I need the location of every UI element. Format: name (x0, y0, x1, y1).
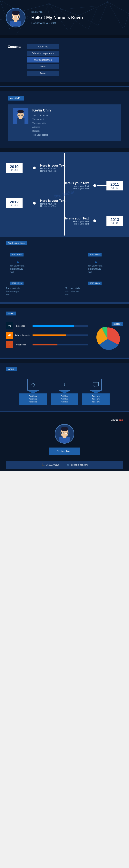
skill-fill-ai (33, 335, 66, 336)
tl-desc1-0: Here is your Text (40, 167, 65, 170)
award-section: Award ◇ Text HereText HereText Here ♪ Te… (0, 363, 129, 411)
timeline-year-box-1: 2011 4.1 - 6.1 (106, 181, 123, 190)
skill-icon-po: P (6, 341, 13, 348)
divider-1 (0, 86, 129, 87)
ps-icon-text: Ps (8, 324, 11, 327)
work-vline-1 (96, 257, 96, 261)
award-text-2: Text HereText HereText Here (84, 395, 108, 404)
tl-year-2: 2012 (9, 200, 20, 204)
contents-label: Contents (8, 45, 21, 49)
spacer-5 (0, 304, 129, 308)
divider-6 (0, 411, 129, 412)
contents-item-3[interactable]: Skills (27, 64, 59, 69)
footer-avatar-svg (56, 425, 73, 443)
work-dot-1 (95, 261, 97, 264)
divider-5 (0, 358, 129, 359)
about-address: Address (32, 125, 51, 129)
work-section: Work Experience 2010.01.05 Text your det… (0, 237, 129, 302)
spacer-7 (0, 412, 129, 416)
spacer-2 (0, 82, 129, 86)
tl-title-0: Here is your Text (40, 164, 65, 167)
work-timeline-bar: 2010.01.05 Text your details,this is wha… (6, 253, 123, 286)
tl-connector-1 (95, 185, 106, 186)
svg-point-25 (17, 17, 18, 17)
tl-dot-0 (32, 166, 36, 170)
tl-dot-2 (32, 201, 36, 205)
hero-name: Hello！My Name is Kevin (31, 15, 83, 21)
skills-bars: Ps Photoshop Ai Adobe Illustrator (6, 322, 88, 352)
award-icon-box-1: ♪ (59, 379, 70, 391)
award-text-box-0: Text HereText HereText Here (20, 394, 47, 405)
tl-sub-0: 4.1 - 6.1 (9, 169, 20, 171)
contents-item-1[interactable]: Education experience (27, 51, 59, 56)
svg-point-49 (66, 433, 66, 433)
tl-desc2-2: Here is your Text (40, 205, 65, 207)
work-dates-row-2: 2011.10.26 2013.04.06 (6, 276, 123, 286)
work-desc-grid: Text your details,this is what youwant T… (6, 287, 123, 296)
footer-avatar (55, 424, 74, 443)
hero-text-area: RESUME PPT Hello！My Name is Kevin I want… (31, 11, 83, 25)
contents-item-0[interactable]: About me (27, 44, 59, 49)
timeline-year-box-0: 2010 4.1 - 6.1 (6, 163, 23, 173)
footer-contact-email: ✉ asdaci@asc.com (67, 463, 88, 466)
tl-sub-3: 4.1 - 6.1 (109, 222, 120, 224)
monitor-icon (93, 382, 99, 387)
timeline-year-box-3: 2013 4.1 - 6.1 (106, 216, 123, 226)
footer-phone-value: 15602301120 (46, 464, 59, 466)
svg-point-11 (49, 3, 50, 4)
spacer-3 (0, 87, 129, 91)
footer-section: KEVIN PPT Contact Me！ 📞 15602301 (0, 416, 129, 471)
award-icon-box-2 (90, 379, 102, 391)
contents-items-list: About me Education experience Work exper… (27, 44, 59, 76)
contact-button[interactable]: Contact Me！ (49, 447, 80, 455)
svg-point-24 (13, 17, 14, 17)
skill-row-ai: Ai Adobe Illustrator (6, 332, 88, 339)
about-card: Kevin Chin 15602XXXXXXX Your school Your… (8, 104, 121, 141)
about-detail: 15602XXXXXXX Your school Your specialty … (32, 114, 51, 137)
svg-point-42 (61, 427, 69, 431)
timeline-section: 2010 4.1 - 6.1 Here is your Text Here is… (0, 153, 129, 236)
award-text-0: Text HereText HereText Here (21, 395, 45, 404)
phone-icon: 📞 (41, 463, 45, 466)
svg-rect-34 (93, 382, 99, 386)
footer-brand-highlight: PPT (119, 419, 123, 422)
music-icon: ♪ (63, 381, 66, 388)
tl-title-2: Here is your Text (40, 199, 65, 203)
contents-item-2[interactable]: Work experience (27, 57, 59, 62)
skill-bar-po (33, 344, 88, 345)
footer-avatar-area: Contact Me！ (6, 420, 123, 459)
spacer-1 (0, 35, 129, 38)
divider-2 (0, 152, 129, 153)
about-school: Your school (32, 118, 51, 122)
tl-desc1-3: Here is your Text (64, 220, 89, 223)
footer-brand-text: KEVIN (111, 419, 119, 422)
tl-dot-1 (93, 184, 97, 187)
award-icon-box-0: ◇ (27, 379, 39, 391)
avatar-svg (7, 9, 25, 27)
about-avatar (13, 108, 28, 124)
skill-row-po: P PowerPoint (6, 341, 88, 348)
about-phone: 15602XXXXXXX (32, 114, 51, 118)
work-section-label: Work Experience (6, 241, 27, 245)
po-icon-text: P (9, 343, 10, 346)
contents-item-4[interactable]: Award (27, 71, 59, 76)
svg-marker-4 (108, 2, 129, 29)
award-chevron-0 (27, 391, 39, 394)
diamond-icon: ◇ (31, 381, 35, 388)
award-chevron-2 (90, 391, 102, 394)
tl-text-0: Here is your Text Here is your Text Here… (40, 164, 65, 172)
award-section-label: Award (6, 367, 17, 371)
timeline-entry-0: 2010 4.1 - 6.1 Here is your Text Here is… (0, 159, 129, 177)
spacer-4 (0, 148, 129, 152)
svg-point-18 (12, 10, 20, 15)
pie-chart-area: Text Here (92, 322, 123, 352)
work-item-3: 2013.04.06 (88, 276, 119, 286)
timeline-entry-1: Here is your Text Here is your Text Here… (0, 177, 129, 194)
tl-title-3: Here is your Text (64, 217, 89, 220)
work-desc-txt-2: Text your details,this is what youwant (6, 287, 64, 296)
award-chevron-1 (59, 391, 70, 394)
award-text-1: Text HereText HereText Here (52, 395, 77, 404)
timeline-entry-3: Here is your Text Here is your Text Here… (0, 212, 129, 230)
work-desc-extra-2: Text your details,this is what youwant (6, 287, 64, 296)
pie-chart-svg (95, 326, 120, 352)
